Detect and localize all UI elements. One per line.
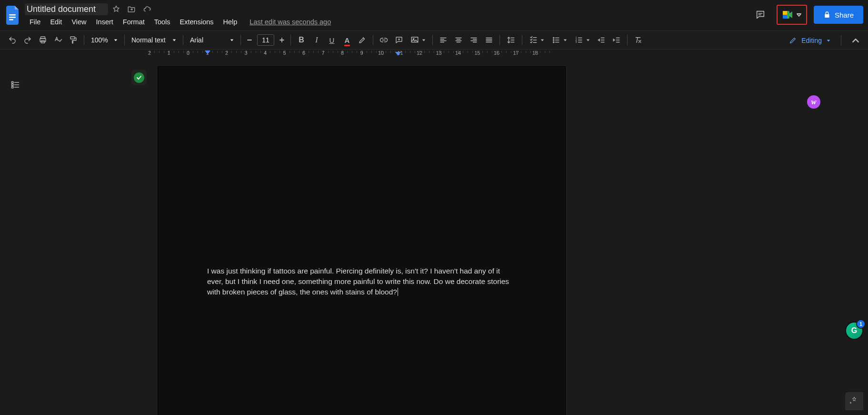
collapse-toolbar-button[interactable] bbox=[848, 33, 863, 48]
svg-rect-4 bbox=[783, 11, 787, 15]
ruler-number: 10 bbox=[378, 50, 384, 56]
menu-edit[interactable]: Edit bbox=[45, 17, 67, 27]
menu-extensions[interactable]: Extensions bbox=[175, 17, 219, 27]
caret-down-icon bbox=[586, 38, 590, 42]
font-size-control bbox=[244, 34, 288, 46]
add-comment-button[interactable] bbox=[391, 32, 407, 48]
checklist-button[interactable] bbox=[525, 32, 548, 48]
editing-mode-button[interactable]: Editing bbox=[785, 33, 834, 48]
separator bbox=[290, 35, 291, 45]
separator bbox=[124, 35, 125, 45]
present-meet-button[interactable] bbox=[779, 8, 804, 21]
menu-file[interactable]: File bbox=[25, 17, 45, 27]
ruler-number: 12 bbox=[417, 50, 422, 56]
separator bbox=[841, 35, 841, 46]
menu-help[interactable]: Help bbox=[219, 17, 242, 27]
ruler-number: 7 bbox=[321, 50, 324, 56]
zoom-select[interactable]: 100% bbox=[87, 32, 121, 48]
ruler-number: 0 bbox=[187, 50, 190, 56]
font-value: Arial bbox=[190, 36, 203, 44]
paragraph-style-select[interactable]: Normal text bbox=[128, 32, 180, 48]
docs-logo[interactable] bbox=[4, 3, 23, 28]
font-select[interactable]: Arial bbox=[186, 32, 238, 48]
wordtune-glyph: w bbox=[811, 98, 817, 106]
indent-decrease-button[interactable] bbox=[594, 32, 609, 48]
dropdown-caret-icon bbox=[797, 12, 801, 17]
first-line-indent-marker[interactable] bbox=[205, 51, 210, 54]
font-size-increase[interactable] bbox=[276, 34, 288, 46]
wordtune-badge[interactable]: w bbox=[807, 95, 820, 109]
move-folder-icon[interactable] bbox=[127, 5, 136, 13]
ruler-number: 4 bbox=[264, 50, 267, 56]
paint-format-button[interactable] bbox=[66, 32, 81, 48]
grammarly-badge[interactable]: G 1 bbox=[846, 323, 862, 339]
undo-button[interactable] bbox=[5, 32, 20, 48]
separator bbox=[627, 35, 628, 45]
show-outline-button[interactable] bbox=[8, 77, 23, 92]
numbered-list-button[interactable]: 123 bbox=[571, 32, 594, 48]
cloud-status-icon[interactable] bbox=[142, 5, 152, 13]
separator bbox=[183, 35, 183, 45]
lock-icon bbox=[823, 11, 831, 19]
svg-point-11 bbox=[413, 39, 414, 40]
menu-tools[interactable]: Tools bbox=[150, 17, 175, 27]
caret-down-icon bbox=[114, 38, 118, 42]
separator bbox=[522, 35, 522, 45]
menu-insert[interactable]: Insert bbox=[91, 17, 118, 27]
doc-title-input[interactable] bbox=[25, 3, 108, 15]
ruler-number: 2 bbox=[225, 50, 228, 56]
horizontal-ruler[interactable]: 210123456789101112131415161718 bbox=[0, 50, 868, 58]
line-spacing-button[interactable] bbox=[503, 32, 519, 48]
italic-button[interactable]: I bbox=[309, 32, 324, 48]
indent-increase-button[interactable] bbox=[609, 32, 624, 48]
highlight-color-button[interactable] bbox=[355, 32, 370, 48]
svg-rect-0 bbox=[9, 14, 16, 16]
text-color-button[interactable]: A bbox=[339, 32, 355, 48]
ruler-number: 13 bbox=[436, 50, 441, 56]
align-center-button[interactable] bbox=[451, 32, 466, 48]
font-size-decrease[interactable] bbox=[244, 34, 255, 46]
right-indent-marker[interactable] bbox=[395, 52, 401, 56]
print-button[interactable] bbox=[35, 32, 50, 48]
menu-view[interactable]: View bbox=[67, 17, 91, 27]
document-body[interactable]: I was just thinking if tattoos are painf… bbox=[207, 266, 516, 297]
insert-link-button[interactable] bbox=[376, 32, 391, 48]
underline-button[interactable]: U bbox=[324, 32, 339, 48]
star-icon[interactable] bbox=[112, 5, 120, 13]
ruler-number: 6 bbox=[302, 50, 305, 56]
ruler-number: 8 bbox=[341, 50, 344, 56]
svg-rect-1 bbox=[9, 17, 16, 18]
last-edit-link[interactable]: Last edit was seconds ago bbox=[249, 18, 331, 26]
insert-image-button[interactable] bbox=[407, 32, 429, 48]
spellcheck-button[interactable] bbox=[50, 32, 66, 48]
svg-point-14 bbox=[553, 41, 554, 42]
zoom-value: 100% bbox=[91, 36, 108, 44]
align-justify-button[interactable] bbox=[481, 32, 497, 48]
spellcheck-ok-badge[interactable] bbox=[131, 70, 147, 85]
caret-down-icon bbox=[563, 38, 567, 42]
ruler-number: 16 bbox=[494, 50, 499, 56]
ruler-number: 14 bbox=[455, 50, 461, 56]
svg-rect-19 bbox=[12, 84, 13, 85]
document-body-text: I was just thinking if tattoos are painf… bbox=[207, 267, 509, 296]
bulleted-list-button[interactable] bbox=[548, 32, 571, 48]
explore-button[interactable] bbox=[845, 392, 863, 410]
share-button[interactable]: Share bbox=[814, 6, 863, 24]
font-size-input[interactable] bbox=[257, 34, 274, 46]
svg-rect-5 bbox=[783, 15, 787, 19]
caret-down-icon bbox=[172, 38, 176, 42]
bold-button[interactable]: B bbox=[294, 32, 309, 48]
align-left-button[interactable] bbox=[436, 32, 451, 48]
explore-icon bbox=[849, 396, 859, 406]
ruler-number: 1 bbox=[167, 50, 170, 56]
text-caret bbox=[398, 288, 398, 296]
svg-rect-8 bbox=[41, 41, 45, 43]
redo-button[interactable] bbox=[20, 32, 35, 48]
menu-format[interactable]: Format bbox=[118, 17, 150, 27]
caret-down-icon bbox=[230, 38, 234, 42]
clear-formatting-button[interactable] bbox=[630, 32, 646, 48]
separator bbox=[499, 35, 500, 45]
align-right-button[interactable] bbox=[466, 32, 481, 48]
document-page[interactable]: I was just thinking if tattoos are painf… bbox=[158, 67, 565, 415]
comment-history-button[interactable] bbox=[751, 5, 770, 24]
